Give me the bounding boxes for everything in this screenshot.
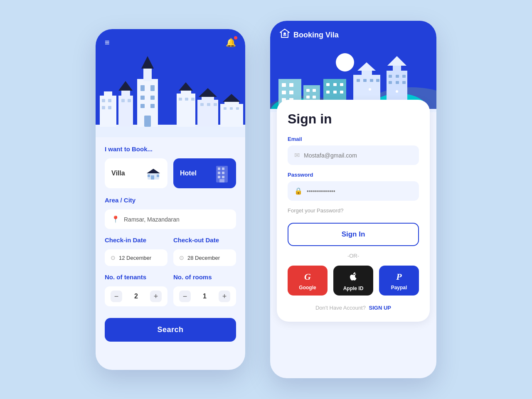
left-phone: ≡ 🔔	[96, 29, 245, 370]
svg-rect-79	[282, 83, 286, 87]
signin-button[interactable]: Sign In	[288, 223, 419, 246]
svg-marker-30	[199, 88, 217, 97]
checkout-field[interactable]: ⊙ 28 December	[173, 249, 236, 266]
area-city-label: Area / City	[105, 197, 236, 204]
checkin-field[interactable]: ⊙ 12 December	[105, 249, 167, 266]
svg-rect-12	[140, 96, 145, 100]
lock-icon: 🔒	[294, 187, 303, 195]
svg-rect-82	[289, 91, 293, 94]
svg-rect-8	[143, 66, 152, 81]
svg-rect-43	[148, 175, 150, 177]
no-account-text: Don't Have Account?	[315, 305, 366, 311]
svg-rect-75	[376, 79, 379, 82]
svg-rect-70	[362, 70, 372, 76]
svg-rect-4	[108, 99, 111, 102]
svg-rect-25	[179, 98, 182, 101]
brand-name: Booking Vila	[293, 31, 339, 39]
svg-rect-94	[326, 91, 330, 94]
hero-section: ≡ 🔔	[96, 29, 245, 137]
tenants-row: No. of tenants − 2 + No. of rooms − 1 +	[105, 273, 236, 306]
svg-rect-49	[222, 172, 224, 174]
rooms-stepper: − 1 +	[173, 286, 236, 306]
tenants-stepper: − 2 +	[105, 286, 167, 306]
google-icon: G	[304, 271, 311, 282]
apple-icon	[349, 271, 358, 283]
bell-icon[interactable]: 🔔	[226, 37, 236, 47]
svg-rect-31	[200, 103, 204, 106]
svg-rect-89	[313, 96, 316, 99]
svg-rect-33	[214, 103, 217, 106]
hamburger-icon[interactable]: ≡	[105, 38, 110, 47]
forgot-password-link[interactable]: Forget your Password?	[288, 207, 419, 214]
apple-label: Apple ID	[343, 286, 364, 291]
email-label: Email	[288, 136, 419, 142]
svg-rect-5	[102, 106, 105, 109]
rooms-col: No. of rooms − 1 +	[173, 273, 236, 306]
svg-rect-46	[218, 167, 220, 170]
svg-rect-6	[108, 106, 111, 109]
svg-rect-88	[306, 96, 310, 99]
apple-signin-button[interactable]: Apple ID	[333, 266, 373, 296]
svg-marker-19	[118, 81, 133, 91]
area-city-group: Area / City 📍 Ramsar, Mazandaran	[105, 197, 236, 229]
svg-point-54	[283, 32, 286, 35]
svg-rect-38	[230, 107, 233, 110]
checkout-clock-icon: ⊙	[179, 254, 184, 261]
email-field[interactable]	[304, 152, 412, 159]
svg-point-77	[369, 88, 371, 91]
svg-marker-36	[223, 94, 240, 102]
paypal-signin-button[interactable]: P Paypal	[379, 266, 419, 296]
paypal-icon: P	[396, 271, 401, 282]
villa-option[interactable]: Villa	[105, 158, 167, 188]
svg-rect-47	[222, 167, 224, 170]
svg-rect-21	[128, 99, 131, 102]
villa-icon	[146, 167, 161, 180]
rooms-increment-button[interactable]: +	[219, 291, 230, 302]
password-input-wrapper[interactable]: 🔒	[288, 181, 419, 201]
email-input-wrapper[interactable]: ✉	[288, 145, 419, 165]
tenants-increment-button[interactable]: +	[150, 291, 162, 302]
svg-marker-62	[387, 56, 406, 66]
svg-rect-42	[151, 175, 154, 180]
brand-logo-icon	[279, 28, 290, 42]
signup-link[interactable]: SIGN UP	[369, 305, 391, 311]
google-signin-button[interactable]: G Google	[288, 266, 328, 296]
svg-marker-9	[141, 56, 154, 69]
svg-rect-37	[224, 107, 227, 110]
tenants-value: 2	[134, 293, 138, 300]
svg-rect-15	[150, 104, 155, 108]
city-illustration-left	[96, 54, 245, 137]
svg-rect-92	[333, 83, 337, 86]
area-city-field[interactable]: 📍 Ramsar, Mazandaran	[105, 209, 236, 229]
svg-marker-71	[357, 62, 376, 71]
date-row: Check-in Date ⊙ 12 December Check-out Da…	[105, 236, 236, 266]
search-button[interactable]: Search	[105, 318, 236, 342]
rooms-decrement-button[interactable]: −	[179, 291, 191, 302]
or-divider: -OR-	[288, 253, 419, 259]
svg-rect-14	[140, 104, 145, 108]
rooms-value: 1	[203, 293, 207, 300]
svg-rect-50	[218, 176, 220, 178]
email-icon: ✉	[294, 151, 300, 159]
svg-rect-64	[396, 75, 399, 78]
checkout-label: Check-out Date	[173, 236, 236, 244]
booking-section-title: I want to Book...	[105, 145, 236, 153]
brand-logo-svg	[279, 28, 290, 39]
right-phone: Booking Vila	[270, 21, 436, 378]
svg-rect-80	[289, 83, 293, 87]
password-field[interactable]	[307, 188, 412, 195]
svg-rect-11	[150, 85, 155, 91]
svg-marker-41	[147, 169, 160, 173]
signin-hero: Booking Vila	[270, 21, 436, 112]
svg-rect-67	[396, 81, 399, 84]
svg-rect-66	[389, 81, 392, 84]
checkin-label: Check-in Date	[105, 236, 167, 244]
svg-rect-73	[363, 79, 367, 82]
tenants-decrement-button[interactable]: −	[111, 291, 122, 302]
hotel-option[interactable]: Hotel	[173, 158, 236, 188]
svg-rect-20	[121, 99, 125, 102]
svg-rect-87	[313, 89, 316, 92]
social-login-row: G Google Apple ID P Paypal	[288, 266, 419, 296]
svg-rect-93	[340, 83, 343, 86]
svg-rect-16	[144, 116, 151, 127]
